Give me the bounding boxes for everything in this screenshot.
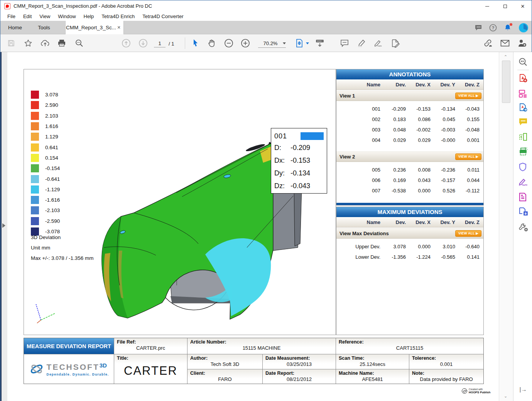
legend-value: -0.154 — [45, 165, 60, 171]
expand-left-panel-icon[interactable] — [2, 223, 5, 228]
organize-pages-icon[interactable] — [518, 132, 528, 142]
close-button[interactable]: ✕ — [514, 0, 532, 12]
table-row[interactable]: Lower Dev.-1.356-1.224-0.5650.141 — [336, 252, 483, 262]
legend-color-swatch — [31, 154, 39, 162]
menu-tetra4d-converter[interactable]: Tetra4D Converter — [138, 13, 187, 19]
legend-entry: 0.154 — [31, 153, 60, 163]
callout-line: Dx:-0.153 — [274, 154, 324, 167]
search-document-icon[interactable] — [518, 57, 528, 67]
machine-name-cell: Machine Name: AFE5481 — [336, 369, 409, 384]
3d-model-carter-fender[interactable] — [24, 69, 336, 335]
view-all-button[interactable]: VIEW ALL ▶ — [455, 93, 481, 99]
share-link-icon[interactable] — [483, 39, 493, 48]
table-row[interactable]: 0020.1830.0860.0450.155 — [336, 114, 483, 125]
more-tools-icon[interactable] — [518, 222, 528, 232]
table-row[interactable]: 0030.048-0.002-0.003-0.048 — [336, 125, 483, 135]
create-pdf-icon[interactable] — [518, 74, 528, 83]
menu-help[interactable]: Help — [80, 13, 98, 19]
table-row[interactable]: 0050.2360.008-0.2360.011 — [336, 165, 483, 175]
hand-tool-icon[interactable] — [207, 39, 216, 48]
prepare-form-icon[interactable] — [518, 192, 528, 202]
annotations-panel: ANNOTATIONS NameDev.Dev. XDev. YDev. Z V… — [336, 69, 484, 206]
cell-value: 0.029 — [410, 137, 435, 143]
menu-window[interactable]: Window — [54, 13, 79, 19]
acrobat-window: CMM_Report_3_Scan_Inspection.pdf - Adobe… — [0, 0, 532, 401]
fit-page-caret-icon[interactable] — [305, 39, 310, 48]
page-number-input[interactable] — [154, 40, 166, 47]
tab-home[interactable]: Home — [0, 21, 30, 34]
zoom-out-icon[interactable] — [224, 39, 233, 48]
model-viewport[interactable]: 3.0782.5902.1031.6161.1290.6410.154-0.15… — [24, 69, 336, 335]
maximize-button[interactable] — [496, 0, 514, 12]
email-icon[interactable] — [500, 39, 510, 48]
table-row[interactable]: 0060.1690.043-0.1570.044 — [336, 175, 483, 185]
collapse-panel-icon[interactable]: |→ — [518, 384, 528, 394]
cell-value: 0.236 — [386, 167, 410, 173]
protect-icon[interactable] — [518, 162, 528, 172]
page-up-icon[interactable] — [122, 39, 131, 48]
menu-tetra4d-enrich[interactable]: Tetra4D Enrich — [98, 13, 138, 19]
comment-icon[interactable] — [340, 39, 349, 48]
menu-view[interactable]: View — [35, 13, 54, 19]
vertical-scrollbar[interactable]: ⌃ ⌄ — [499, 52, 513, 401]
scrollbar-thumb[interactable] — [502, 61, 510, 103]
page-down-icon[interactable] — [138, 39, 148, 48]
presentation-icon[interactable] — [315, 39, 324, 48]
cell-value: 0.045 — [435, 116, 460, 122]
notification-bell-icon[interactable] — [504, 24, 512, 32]
legend-value: -0.641 — [45, 176, 60, 182]
help-icon[interactable]: ? — [489, 24, 497, 32]
title-bar: CMM_Report_3_Scan_Inspection.pdf - Adobe… — [0, 0, 532, 12]
cell-value: 0.000 — [410, 244, 435, 249]
star-icon[interactable] — [24, 39, 33, 48]
add-person-icon[interactable] — [517, 39, 527, 48]
tab-close-icon[interactable]: ✕ — [117, 25, 121, 30]
save-icon[interactable] — [7, 39, 16, 48]
measurement-callout[interactable]: 001 D:-0.209Dx:-0.153Dy:-0.134Dz:-0.043 — [271, 128, 327, 194]
table-row[interactable]: 0040.0290.029-0.0000.001 — [336, 135, 483, 145]
scroll-down-icon[interactable]: ⌄ — [504, 394, 508, 398]
fill-sign-icon[interactable] — [391, 39, 400, 48]
cell-value: -0.043 — [460, 106, 484, 112]
table-row[interactable]: 001-0.209-0.153-0.134-0.043 — [336, 104, 483, 114]
view-all-button[interactable]: VIEW ALL ▶ — [455, 230, 481, 237]
export-pdf-icon[interactable] — [518, 103, 528, 112]
tab-tools[interactable]: Tools — [30, 21, 58, 34]
column-header: Name — [336, 219, 386, 225]
zoom-in-icon[interactable] — [241, 39, 250, 48]
legend-value: 1.129 — [45, 134, 58, 140]
cell-value: -0.157 — [435, 177, 460, 183]
menu-edit[interactable]: Edit — [19, 13, 35, 19]
search-icon[interactable] — [74, 39, 84, 48]
report-footer-table: MEASURE DEVIATION REPORT File Ref: CARTE… — [24, 338, 484, 384]
view-all-button[interactable]: VIEW ALL ▶ — [455, 153, 481, 160]
table-row[interactable]: 007-0.5380.0000.526-0.112 — [336, 185, 483, 196]
left-panel-gutter — [2, 52, 7, 401]
feedback-icon[interactable] — [475, 24, 482, 31]
select-tool-icon[interactable] — [191, 39, 200, 48]
legend-color-swatch — [31, 164, 39, 172]
cell-value: -0.000 — [435, 137, 460, 143]
legend-color-swatch — [31, 101, 39, 109]
tab-document[interactable]: CMM_Report_3_Sc... ✕ — [65, 21, 124, 34]
legend-entry: -2.103 — [31, 205, 60, 216]
fill-sign-tool-icon[interactable] — [518, 178, 528, 187]
sign-pen-icon[interactable] — [374, 39, 383, 48]
comment-tool-icon[interactable] — [518, 118, 528, 127]
scroll-up-icon[interactable]: ⌃ — [504, 55, 508, 58]
print-icon[interactable] — [57, 39, 66, 48]
zoom-level-select[interactable]: 70.2% — [258, 39, 286, 48]
cloud-upload-icon[interactable] — [41, 39, 50, 48]
account-avatar[interactable] — [518, 23, 529, 33]
legend-value: 0.641 — [45, 145, 58, 150]
legend-entry: -1.129 — [31, 184, 60, 195]
combine-files-icon[interactable] — [518, 89, 528, 98]
highlighter-icon[interactable] — [357, 39, 366, 48]
minimize-button[interactable] — [478, 0, 496, 12]
menu-file[interactable]: File — [3, 13, 19, 19]
table-row[interactable]: Upper Dev.3.0780.0003.010-0.640 — [336, 241, 483, 252]
fit-page-icon[interactable] — [295, 39, 304, 48]
share-file-icon[interactable] — [518, 207, 528, 216]
annotations-bottom-bar — [336, 203, 483, 205]
scan-ocr-icon[interactable] — [518, 147, 528, 156]
